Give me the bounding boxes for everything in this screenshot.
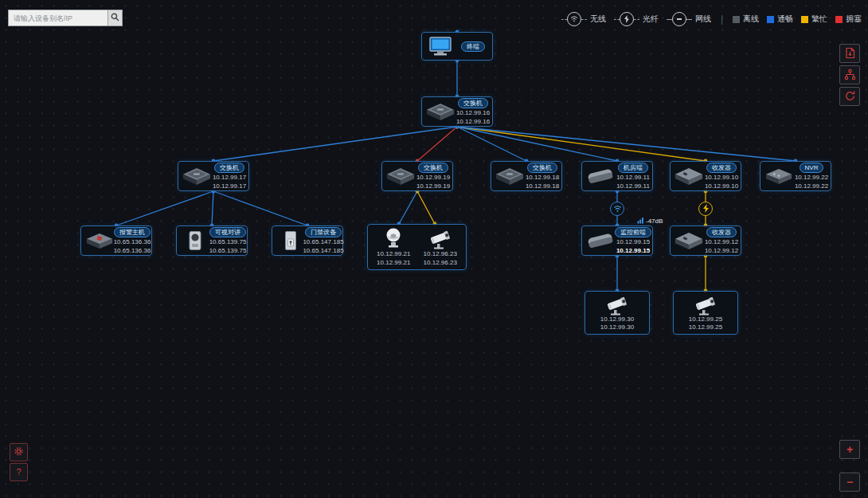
- topology-node-access-control[interactable]: 门禁设备10.65.147.18510.65.147.185: [272, 225, 343, 256]
- switch-icon: [494, 167, 526, 186]
- topology-node-bridge-room[interactable]: 机房端10.12.99.1110.12.99.11: [581, 161, 653, 191]
- device-ip: 10.12.99.21: [377, 250, 410, 258]
- search-input[interactable]: [8, 10, 108, 26]
- tree-icon: [844, 69, 856, 82]
- export-icon: [844, 47, 856, 61]
- device-ip: 10.12.99.11: [616, 182, 650, 190]
- topology-node-camera-25[interactable]: 10.12.99.2510.12.99.25: [673, 291, 738, 335]
- device-ip: 10.12.99.30: [600, 324, 634, 331]
- zoom-in-button[interactable]: +: [839, 440, 860, 459]
- switch-icon: [424, 102, 456, 122]
- status-color-swatch: [801, 16, 808, 23]
- export-image-button[interactable]: [839, 44, 860, 63]
- device-ip: 10.12.99.15: [616, 238, 650, 246]
- bullet-camera-icon: [424, 228, 456, 249]
- switch-icon: [181, 167, 213, 186]
- device-ip: 10.12.99.25: [689, 324, 722, 331]
- device-ip: 10.12.99.17: [213, 174, 246, 182]
- topology-node-nvr[interactable]: NVR10.12.99.2210.12.99.22: [760, 161, 831, 191]
- bridge-icon: [585, 231, 616, 251]
- device-ip: 10.12.99.25: [689, 316, 722, 324]
- topology-node-transceiver-b[interactable]: 收发器10.12.99.1210.12.99.12: [670, 225, 741, 256]
- topology-node-transceiver-a[interactable]: 收发器10.12.99.1010.12.99.10: [670, 161, 741, 191]
- help-button[interactable]: ?: [10, 463, 28, 481]
- device-ip: 10.12.99.18: [526, 182, 559, 190]
- topology-node-video-intercom[interactable]: 可视对讲10.65.139.7510.65.139.75: [176, 225, 248, 256]
- legend: 无线光纤网线|离线通畅繁忙拥塞: [561, 12, 862, 26]
- status-color-swatch: [835, 16, 843, 23]
- search-icon: [111, 12, 119, 24]
- intercom-icon: [179, 230, 211, 251]
- topology-node-camera-group[interactable]: 10.12.99.2110.12.99.2110.12.96.2310.12.9…: [367, 224, 467, 270]
- legend-label: 离线: [743, 14, 759, 25]
- device-type-badge: 可视对讲: [209, 227, 246, 237]
- bullet-camera-icon: [690, 294, 721, 316]
- topology-link: [457, 127, 796, 161]
- topology-node-camera-30[interactable]: 10.12.99.3010.12.99.30: [585, 291, 650, 335]
- device-ip: 10.12.99.16: [456, 109, 490, 117]
- device-ip: 10.65.139.75: [209, 238, 247, 246]
- device-ip: 10.12.99.10: [705, 174, 738, 182]
- bolt-glyph: [702, 202, 710, 216]
- topology-node-alarm-host[interactable]: 报警主机10.65.136.3610.65.136.36: [80, 225, 152, 256]
- device-ip: 10.12.99.17: [213, 182, 246, 190]
- device-ip: 10.12.99.16: [456, 118, 490, 126]
- device-ip: 10.12.99.21: [377, 259, 410, 267]
- topology-node-root[interactable]: 终端: [421, 32, 493, 61]
- legend-status-繁忙: 繁忙: [801, 14, 827, 25]
- device-type-badge: 监控前端: [615, 227, 651, 237]
- topology-node-switch-16[interactable]: 交换机10.12.99.1610.12.99.16: [421, 96, 493, 127]
- topology-link: [212, 191, 213, 225]
- topology-node-switch-18[interactable]: 交换机10.12.99.1810.12.99.18: [491, 161, 562, 191]
- topology-link: [417, 191, 435, 224]
- wireless-icon: [561, 12, 587, 26]
- camera-entry[interactable]: 10.12.99.2110.12.99.21: [377, 227, 410, 267]
- bullet-camera-icon: [601, 294, 633, 316]
- legend-status-通畅: 通畅: [767, 14, 793, 25]
- nvr-icon: [763, 167, 795, 186]
- alarm-host-icon: [84, 231, 115, 251]
- legend-status-拥塞: 拥塞: [835, 14, 862, 25]
- transceiver-icon: [673, 167, 705, 186]
- topology-node-switch-19[interactable]: 交换机10.12.99.1910.12.99.19: [381, 161, 453, 191]
- svg-text:?: ?: [16, 467, 21, 476]
- camera-entry[interactable]: 10.12.96.2310.12.96.23: [424, 228, 457, 267]
- topology-link: [213, 127, 457, 161]
- question-icon: ?: [13, 465, 25, 479]
- device-ip: 10.12.99.18: [526, 174, 559, 182]
- topology-link: [213, 191, 307, 225]
- refresh-button[interactable]: [839, 87, 860, 106]
- status-color-swatch: [767, 16, 774, 23]
- topology-link: [399, 191, 417, 224]
- device-ip: 10.65.139.75: [209, 247, 247, 255]
- legend-label: 通畅: [777, 14, 793, 25]
- legend-label: 网线: [695, 14, 711, 25]
- dome-camera-icon: [377, 227, 409, 249]
- topology-node-switch-17[interactable]: 交换机10.12.99.1710.12.99.17: [178, 161, 249, 191]
- device-ip: 10.12.99.12: [705, 238, 738, 246]
- device-type-badge: 收发器: [706, 227, 737, 237]
- search-button[interactable]: [108, 10, 123, 26]
- tree-view-button[interactable]: [839, 65, 860, 84]
- refresh-icon: [844, 90, 856, 104]
- legend-separator: |: [721, 14, 723, 25]
- legend-linktype-cable-icon: 网线: [667, 12, 711, 26]
- device-ip: 10.12.99.19: [416, 182, 450, 190]
- topology-link: [457, 127, 706, 161]
- wireless-link-icon: [610, 202, 624, 216]
- device-type-badge: 交换机: [527, 163, 557, 173]
- device-ip: 10.65.136.36: [114, 247, 151, 255]
- signal-strength-value: -47dB: [646, 218, 663, 225]
- switch-icon: [385, 167, 416, 186]
- device-type-badge: 报警主机: [114, 227, 151, 237]
- device-ip: 10.12.99.10: [705, 182, 738, 190]
- settings-button[interactable]: [10, 443, 28, 461]
- device-ip: 10.12.99.12: [705, 247, 738, 255]
- zoom-out-button[interactable]: −: [839, 473, 860, 492]
- device-ip: 10.65.147.185: [303, 238, 343, 246]
- topology-node-bridge-front[interactable]: 监控前端10.12.99.1510.12.99.15: [581, 225, 653, 256]
- signal-bars-icon: [637, 217, 644, 225]
- device-type-badge: 交换机: [458, 98, 488, 108]
- device-ip: 10.12.99.19: [416, 174, 450, 182]
- legend-linktype-fiber-icon: 光纤: [614, 12, 659, 26]
